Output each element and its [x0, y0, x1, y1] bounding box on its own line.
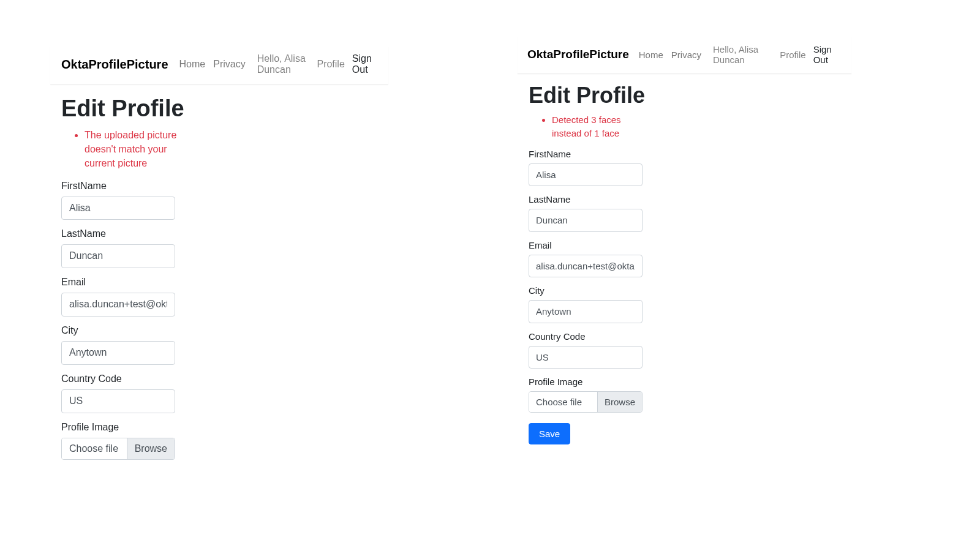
- file-input-group[interactable]: Choose file Browse: [61, 438, 175, 460]
- browse-button[interactable]: Browse: [597, 392, 642, 412]
- country-label: Country Code: [61, 373, 377, 384]
- nav-signout[interactable]: Sign Out: [813, 44, 842, 65]
- nav-greeting: Hello, Alisa Duncan: [257, 53, 314, 75]
- lastname-label: LastName: [61, 228, 377, 239]
- city-label: City: [61, 325, 377, 336]
- country-input[interactable]: [529, 346, 643, 369]
- profileimg-label: Profile Image: [61, 422, 377, 433]
- nav-greeting: Hello, Alisa Duncan: [713, 44, 776, 65]
- nav-signout[interactable]: Sign Out: [352, 53, 377, 75]
- brand-title[interactable]: OktaProfilePicture: [527, 48, 629, 61]
- nav-profile-link[interactable]: Profile: [317, 59, 344, 70]
- app-window-right: OktaProfilePicture Home Privacy Hello, A…: [518, 37, 851, 444]
- email-label: Email: [61, 277, 377, 288]
- email-input[interactable]: [529, 255, 643, 278]
- nav-privacy[interactable]: Privacy: [671, 50, 701, 60]
- profileimg-label: Profile Image: [529, 377, 840, 387]
- country-input[interactable]: [61, 389, 175, 413]
- city-input[interactable]: [529, 300, 643, 323]
- save-button[interactable]: Save: [529, 423, 570, 444]
- firstname-label: FirstName: [61, 181, 377, 192]
- email-label: Email: [529, 240, 840, 250]
- browse-button[interactable]: Browse: [127, 438, 175, 459]
- validation-errors: Detected 3 faces instead of 1 face: [529, 113, 651, 140]
- lastname-label: LastName: [529, 194, 840, 204]
- nav-home[interactable]: Home: [639, 50, 663, 60]
- firstname-input[interactable]: [529, 163, 643, 187]
- country-label: Country Code: [529, 331, 840, 342]
- city-label: City: [529, 285, 840, 296]
- file-placeholder: Choose file: [529, 392, 597, 412]
- navbar: OktaProfilePicture Home Privacy Hello, A…: [50, 46, 388, 84]
- app-window-left: OktaProfilePicture Home Privacy Hello, A…: [50, 46, 388, 468]
- brand-title[interactable]: OktaProfilePicture: [61, 58, 168, 72]
- nav-privacy[interactable]: Privacy: [213, 59, 245, 70]
- page-title: Edit Profile: [61, 96, 377, 122]
- navbar: OktaProfilePicture Home Privacy Hello, A…: [518, 37, 851, 74]
- firstname-input[interactable]: [61, 197, 175, 220]
- nav-profile-link[interactable]: Profile: [780, 50, 806, 60]
- nav-home[interactable]: Home: [179, 59, 206, 70]
- error-item: The uploaded picture doesn't match your …: [85, 128, 190, 171]
- file-input-group[interactable]: Choose file Browse: [529, 391, 643, 413]
- lastname-input[interactable]: [529, 209, 643, 232]
- email-input[interactable]: [61, 293, 175, 317]
- page-title: Edit Profile: [529, 83, 840, 108]
- firstname-label: FirstName: [529, 149, 840, 159]
- error-item: Detected 3 faces instead of 1 face: [552, 113, 651, 140]
- city-input[interactable]: [61, 341, 175, 365]
- file-placeholder: Choose file: [62, 438, 127, 459]
- lastname-input[interactable]: [61, 244, 175, 268]
- validation-errors: The uploaded picture doesn't match your …: [61, 128, 190, 171]
